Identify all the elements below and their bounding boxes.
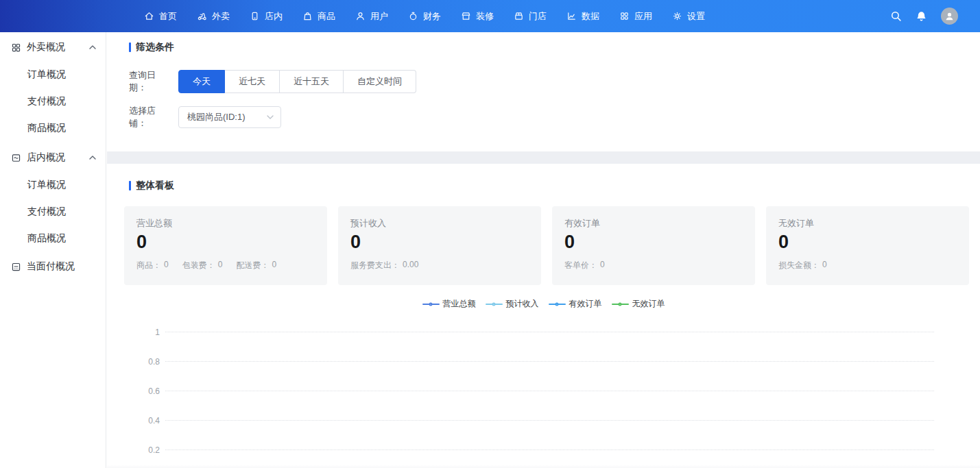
top-navigation: 首页 外卖 店内 商品 用户 财务 装修 门店 [144,10,705,23]
nav-item-home[interactable]: 首页 [144,10,177,23]
stat-sub-value: 0 [822,260,827,271]
legend-label: 有效订单 [569,298,602,310]
stat-card-value: 0 [136,232,315,253]
avatar[interactable] [941,8,958,25]
date-option-today[interactable]: 今天 [178,70,225,93]
stat-card-title: 无效订单 [778,217,957,230]
legend-marker [549,301,566,308]
nav-label: 首页 [159,10,177,23]
sidebar-group-takeout-overview[interactable]: 外卖概况 [0,34,106,61]
sidebar-item-takeout-goods[interactable]: 商品概况 [0,114,106,141]
nav-item-goods[interactable]: 商品 [302,10,335,23]
legend-marker [612,301,629,308]
stat-card-subs: 服务费支出：0.00 [350,260,529,271]
date-option-15days[interactable]: 近十五天 [280,70,344,93]
legend-marker [486,301,503,308]
nav-label: 应用 [634,10,652,23]
nav-item-settings[interactable]: 设置 [672,10,705,23]
gridline [165,361,934,362]
home-icon [144,11,154,21]
stat-card-title: 营业总额 [136,217,315,230]
stat-sub-value: 0 [218,260,223,271]
store-filter-row: 选择店铺： 桃园尚品(ID:1) [129,105,958,130]
stat-sub-value: 0 [600,260,605,271]
data-icon [566,11,577,21]
search-icon[interactable] [890,10,902,22]
store-filter-label: 选择店铺： [129,105,172,130]
date-range-segmented-control: 今天 近七天 近十五天 自定义时间 [178,70,416,93]
nav-label: 店内 [265,10,283,23]
nav-item-takeout[interactable]: 外卖 [197,10,230,23]
sidebar-item-instore-goods[interactable]: 商品概况 [0,225,106,251]
sidebar-group-facepay-overview[interactable]: 当面付概况 [0,253,106,280]
store-select[interactable]: 桃园尚品(ID:1) [178,106,281,128]
gridline [165,391,934,391]
filter-section-title: 筛选条件 [136,41,174,53]
legend-item-invalid-orders[interactable]: 无效订单 [612,298,665,310]
sidebar-group-label: 外卖概况 [27,41,65,53]
legend-item-expected-income[interactable]: 预计收入 [486,298,539,310]
stat-card-title: 预计收入 [350,217,529,230]
stat-card-value: 0 [564,232,743,253]
instore-icon [250,11,260,21]
nav-item-apps[interactable]: 应用 [619,10,652,23]
settings-icon [672,11,682,21]
stat-card-revenue: 营业总额 0 商品：0 包装费：0 配送费：0 [124,206,327,285]
chart-tick-row: 1 [129,317,934,347]
gridline [165,449,934,450]
nav-label: 用户 [370,10,388,23]
section-divider [107,151,980,164]
monitor-wave-icon [11,153,21,163]
finance-icon [408,11,418,21]
date-option-7days[interactable]: 近七天 [225,70,280,93]
main-content: 筛选条件 查询日期： 今天 近七天 近十五天 自定义时间 选择店铺： 桃园尚品(… [107,32,980,468]
gridline [165,332,934,332]
legend-label: 预计收入 [506,298,539,310]
stat-card-title: 有效订单 [564,217,743,230]
nav-item-store[interactable]: 门店 [514,10,547,23]
topbar-right [890,8,958,25]
bell-icon[interactable] [916,10,927,22]
board-section-header: 整体看板 [129,180,980,191]
nav-item-users[interactable]: 用户 [355,10,388,23]
date-filter-label: 查询日期： [129,69,172,94]
sidebar-item-takeout-orders[interactable]: 订单概况 [0,61,106,88]
nav-label: 数据 [582,10,599,23]
chart-tick-row: 0.4 [129,406,934,435]
y-tick-label: 0.6 [129,386,160,396]
section-accent-bar [129,42,131,52]
filter-section: 筛选条件 查询日期： 今天 近七天 近十五天 自定义时间 选择店铺： 桃园尚品(… [107,32,980,130]
overview-line-chart: 1 0.8 0.6 0.4 0.2 [129,317,934,465]
stat-sub-value: 0 [272,260,276,271]
nav-item-instore[interactable]: 店内 [250,10,283,23]
grid-icon [11,42,21,53]
stat-sub-label: 服务费支出： [350,260,400,271]
nav-item-decorate[interactable]: 装修 [461,10,494,23]
nav-label: 财务 [423,10,441,23]
nav-item-data[interactable]: 数据 [566,10,599,23]
sidebar-group-instore-overview[interactable]: 店内概况 [0,144,106,171]
shop-icon [514,11,524,21]
stat-card-subs: 损失金额：0 [778,260,957,271]
date-option-custom[interactable]: 自定义时间 [344,70,416,93]
board-section-title: 整体看板 [136,180,174,192]
legend-item-valid-orders[interactable]: 有效订单 [549,298,602,310]
chevron-up-icon[interactable] [89,156,96,160]
sidebar-item-takeout-payment[interactable]: 支付概况 [0,88,106,114]
nav-label: 装修 [476,10,494,23]
sidebar-item-instore-orders[interactable]: 订单概况 [0,171,106,198]
sidebar: 外卖概况 订单概况 支付概况 商品概况 店内概况 订单概况 支付概况 商品概况 … [0,32,106,468]
overview-board-section: 整体看板 营业总额 0 商品：0 包装费：0 配送费：0 预计收入 0 服务费支… [107,164,980,468]
store-select-value: 桃园尚品(ID:1) [187,111,246,123]
nav-item-finance[interactable]: 财务 [408,10,441,23]
legend-item-revenue[interactable]: 营业总额 [422,298,476,310]
chevron-up-icon[interactable] [89,45,96,49]
y-tick-label: 1 [129,328,160,337]
section-accent-bar [129,181,131,190]
legend-label: 营业总额 [443,298,476,310]
sidebar-item-instore-payment[interactable]: 支付概况 [0,198,106,225]
stat-card-expected-income: 预计收入 0 服务费支出：0.00 [338,206,541,285]
chart-legend: 营业总额 预计收入 有效订单 [107,298,980,310]
topbar: 首页 外卖 店内 商品 用户 财务 装修 门店 [0,0,980,32]
sidebar-group-label: 当面付概况 [27,260,75,273]
